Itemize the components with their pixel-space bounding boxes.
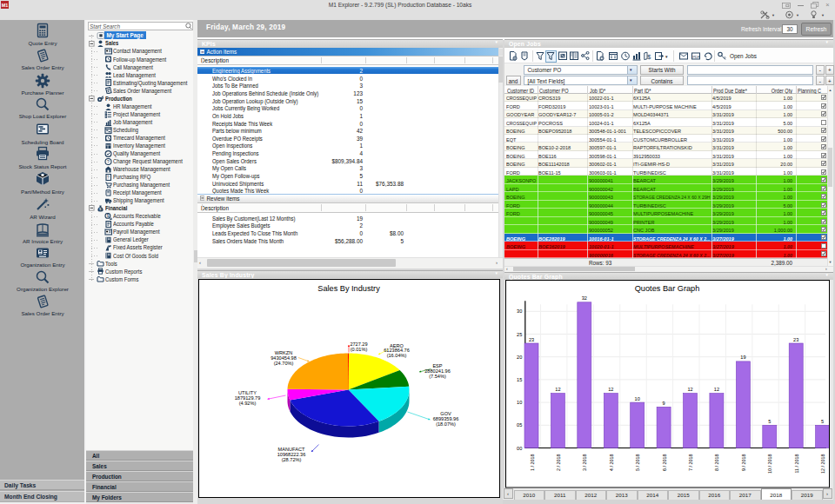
svg-text:32: 32 bbox=[581, 295, 586, 301]
svg-text:Sales By Industry: Sales By Industry bbox=[317, 283, 380, 292]
svg-text:15: 15 bbox=[517, 377, 522, 382]
svg-text:9: 9 bbox=[662, 401, 665, 406]
svg-text:10: 10 bbox=[634, 396, 639, 401]
svg-text:19: 19 bbox=[740, 355, 745, 360]
svg-text:(7.54%): (7.54%) bbox=[429, 373, 446, 378]
svg-text:23: 23 bbox=[528, 337, 533, 342]
svg-text:12 / 2018: 12 / 2018 bbox=[820, 454, 825, 474]
svg-text:00: 00 bbox=[517, 446, 522, 451]
svg-text:12: 12 bbox=[608, 387, 613, 392]
svg-text:9 / 2018: 9 / 2018 bbox=[740, 454, 745, 470]
svg-text:(16.04%): (16.04%) bbox=[386, 353, 406, 358]
svg-text:10: 10 bbox=[517, 400, 522, 405]
svg-text:11 / 2018: 11 / 2018 bbox=[793, 454, 798, 474]
svg-text:(18.07%): (18.07%) bbox=[436, 421, 456, 426]
svg-text:5: 5 bbox=[821, 419, 824, 424]
svg-text:12: 12 bbox=[713, 387, 718, 392]
svg-text:(28.72%): (28.72%) bbox=[281, 456, 301, 461]
svg-text:$: $ bbox=[106, 215, 109, 219]
svg-text:20: 20 bbox=[517, 355, 522, 360]
svg-text:PDF: PDF bbox=[692, 55, 700, 59]
svg-text:(24.70%): (24.70%) bbox=[273, 360, 293, 365]
svg-text:4 / 2018: 4 / 2018 bbox=[608, 454, 613, 470]
svg-text:2 / 2018: 2 / 2018 bbox=[555, 454, 560, 470]
svg-text:1 / 2018: 1 / 2018 bbox=[529, 454, 534, 470]
svg-text:10 / 2018: 10 / 2018 bbox=[767, 454, 772, 474]
svg-text:6 / 2018: 6 / 2018 bbox=[661, 454, 666, 470]
svg-text:30: 30 bbox=[517, 308, 522, 314]
svg-text:Quotes Bar Graph: Quotes Bar Graph bbox=[634, 284, 699, 293]
svg-text:5: 5 bbox=[768, 419, 771, 424]
svg-text:7 / 2018: 7 / 2018 bbox=[688, 454, 693, 470]
svg-text:05: 05 bbox=[517, 422, 522, 428]
svg-text:12: 12 bbox=[555, 387, 560, 392]
svg-text:3 / 2018: 3 / 2018 bbox=[582, 454, 587, 470]
svg-text:(0.01%): (0.01%) bbox=[350, 347, 367, 352]
svg-text:?: ? bbox=[107, 159, 110, 164]
svg-text:5 / 2018: 5 / 2018 bbox=[635, 454, 640, 470]
svg-text:(4.92%): (4.92%) bbox=[238, 400, 256, 405]
svg-text:23: 23 bbox=[793, 337, 798, 342]
svg-text:8 / 2018: 8 / 2018 bbox=[714, 454, 719, 470]
svg-text:?: ? bbox=[106, 176, 109, 180]
svg-text:$: $ bbox=[647, 53, 651, 61]
svg-text:12: 12 bbox=[687, 387, 692, 392]
svg-text:25: 25 bbox=[517, 332, 522, 337]
